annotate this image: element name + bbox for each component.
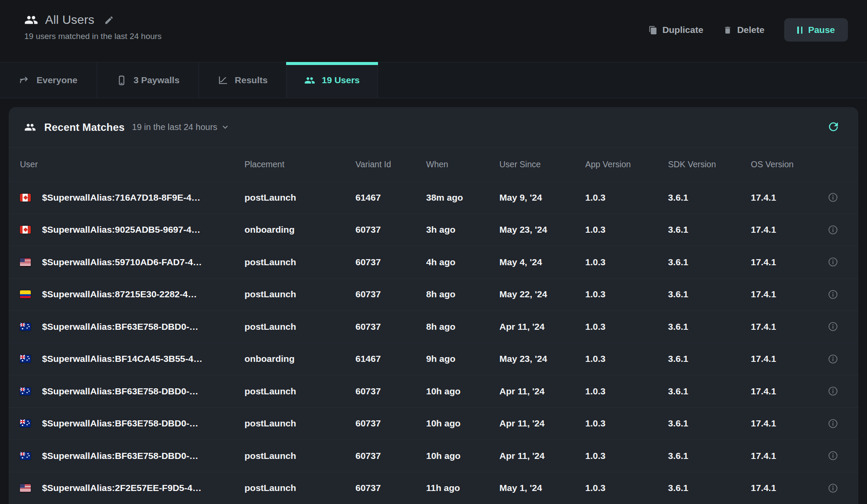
table-row[interactable]: $SuperwallAlias:BF14CA45-3B55-4… onboard… (9, 343, 858, 376)
app-version-cell: 1.0.3 (585, 224, 668, 235)
sdk-version-cell: 3.6.1 (668, 322, 751, 332)
placement-cell: postLaunch (244, 483, 355, 493)
info-icon[interactable] (828, 257, 838, 267)
table-row[interactable]: $SuperwallAlias:716A7D18-8F9E-4… postLau… (9, 182, 858, 214)
when-cell: 4h ago (426, 257, 499, 267)
app-version-cell: 1.0.3 (585, 354, 668, 364)
user-alias: $SuperwallAlias:87215E30-2282-4… (42, 289, 197, 299)
os-version-cell: 17.4.1 (751, 451, 822, 461)
delete-label: Delete (737, 25, 764, 35)
tab-bar: Everyone 3 Paywalls Results 19 Users (0, 62, 867, 98)
table-header-row: User Placement Variant Id When User Sinc… (9, 148, 858, 182)
user-alias: $SuperwallAlias:BF63E758-DBD0-… (42, 418, 199, 429)
when-cell: 38m ago (426, 192, 499, 203)
info-icon[interactable] (828, 450, 838, 461)
australia-flag-icon (20, 323, 31, 331)
sdk-version-cell: 3.6.1 (668, 257, 751, 267)
info-icon[interactable] (828, 224, 838, 235)
user-alias: $SuperwallAlias:9025ADB5-9697-4… (42, 224, 200, 235)
australia-flag-icon (20, 355, 31, 363)
variant-id-cell: 60737 (355, 322, 426, 332)
os-version-cell: 17.4.1 (751, 224, 822, 235)
column-header-app-version: App Version (585, 159, 668, 169)
column-header-user: User (9, 159, 244, 169)
table-row[interactable]: $SuperwallAlias:59710AD6-FAD7-4… postLau… (9, 246, 858, 279)
os-version-cell: 17.4.1 (751, 386, 822, 397)
app-version-cell: 1.0.3 (585, 289, 668, 299)
time-range-label: 19 in the last 24 hours (132, 122, 218, 132)
info-icon[interactable] (828, 321, 838, 332)
os-version-cell: 17.4.1 (751, 322, 822, 332)
column-header-placement: Placement (244, 159, 355, 169)
info-icon[interactable] (828, 483, 838, 494)
sdk-version-cell: 3.6.1 (668, 483, 751, 493)
table-row[interactable]: $SuperwallAlias:2F2E57EE-F9D5-4… postLau… (9, 472, 858, 504)
placement-cell: onboarding (244, 354, 355, 364)
refresh-button[interactable] (827, 120, 840, 135)
tab-results[interactable]: Results (199, 62, 287, 98)
column-header-variant-id: Variant Id (355, 159, 426, 169)
placement-cell: postLaunch (244, 418, 355, 429)
app-version-cell: 1.0.3 (585, 322, 668, 332)
placement-cell: onboarding (244, 224, 355, 235)
when-cell: 10h ago (426, 386, 499, 397)
sdk-version-cell: 3.6.1 (668, 418, 751, 429)
page-header: All Users 19 users matched in the last 2… (0, 0, 867, 62)
placement-cell: postLaunch (244, 192, 355, 203)
info-icon[interactable] (828, 418, 838, 429)
table-row[interactable]: $SuperwallAlias:BF63E758-DBD0-… postLaun… (9, 375, 858, 408)
pause-button[interactable]: Pause (784, 18, 848, 42)
when-cell: 10h ago (426, 451, 499, 461)
phone-icon (116, 75, 127, 86)
app-version-cell: 1.0.3 (585, 192, 668, 203)
table-row[interactable]: $SuperwallAlias:9025ADB5-9697-4… onboard… (9, 214, 858, 247)
variant-id-cell: 61467 (355, 354, 426, 364)
table-row[interactable]: $SuperwallAlias:87215E30-2282-4… postLau… (9, 279, 858, 311)
app-version-cell: 1.0.3 (585, 418, 668, 429)
page-subtitle: 19 users matched in the last 24 hours (24, 32, 162, 41)
recent-matches-panel: Recent Matches 19 in the last 24 hours U… (9, 107, 858, 504)
user-alias: $SuperwallAlias:716A7D18-8F9E-4… (42, 192, 200, 203)
tab-paywalls[interactable]: 3 Paywalls (97, 62, 199, 98)
duplicate-button[interactable]: Duplicate (649, 25, 704, 35)
user-since-cell: Apr 11, '24 (499, 418, 585, 429)
tab-everyone-label: Everyone (36, 75, 78, 85)
info-icon[interactable] (828, 289, 838, 300)
table-row[interactable]: $SuperwallAlias:BF63E758-DBD0-… postLaun… (9, 440, 858, 472)
os-version-cell: 17.4.1 (751, 418, 822, 429)
info-icon[interactable] (828, 354, 838, 364)
header-actions: Duplicate Delete Pause (649, 18, 848, 42)
delete-button[interactable]: Delete (723, 25, 764, 35)
info-icon[interactable] (828, 192, 838, 203)
usa-flag-icon (20, 484, 31, 492)
user-since-cell: May 4, '24 (499, 257, 585, 267)
sdk-version-cell: 3.6.1 (668, 289, 751, 299)
panel-header: Recent Matches 19 in the last 24 hours (9, 107, 858, 148)
canada-flag-icon (20, 226, 31, 234)
info-icon[interactable] (828, 386, 838, 397)
app-version-cell: 1.0.3 (585, 386, 668, 397)
tab-users[interactable]: 19 Users (287, 62, 378, 98)
tab-everyone[interactable]: Everyone (0, 62, 97, 98)
tab-users-label: 19 Users (322, 75, 360, 85)
users-icon (24, 121, 36, 133)
time-range-dropdown[interactable]: 19 in the last 24 hours (132, 122, 230, 132)
australia-flag-icon (20, 419, 31, 427)
user-since-cell: May 22, '24 (499, 289, 585, 299)
users-icon (304, 75, 315, 86)
table-row[interactable]: $SuperwallAlias:BF63E758-DBD0-… postLaun… (9, 311, 858, 343)
audience-arrow-icon (19, 75, 30, 86)
table-row[interactable]: $SuperwallAlias:BF63E758-DBD0-… postLaun… (9, 408, 858, 440)
user-alias: $SuperwallAlias:2F2E57EE-F9D5-4… (42, 483, 202, 493)
placement-cell: postLaunch (244, 322, 355, 332)
australia-flag-icon (20, 387, 31, 395)
results-chart-icon (218, 75, 228, 86)
edit-pencil-icon[interactable] (104, 15, 114, 25)
refresh-icon (827, 120, 840, 133)
os-version-cell: 17.4.1 (751, 354, 822, 364)
table-body: $SuperwallAlias:716A7D18-8F9E-4… postLau… (9, 182, 858, 504)
trash-icon (723, 26, 732, 35)
variant-id-cell: 60737 (355, 289, 426, 299)
column-header-when: When (426, 159, 499, 169)
colombia-flag-icon (20, 290, 31, 298)
